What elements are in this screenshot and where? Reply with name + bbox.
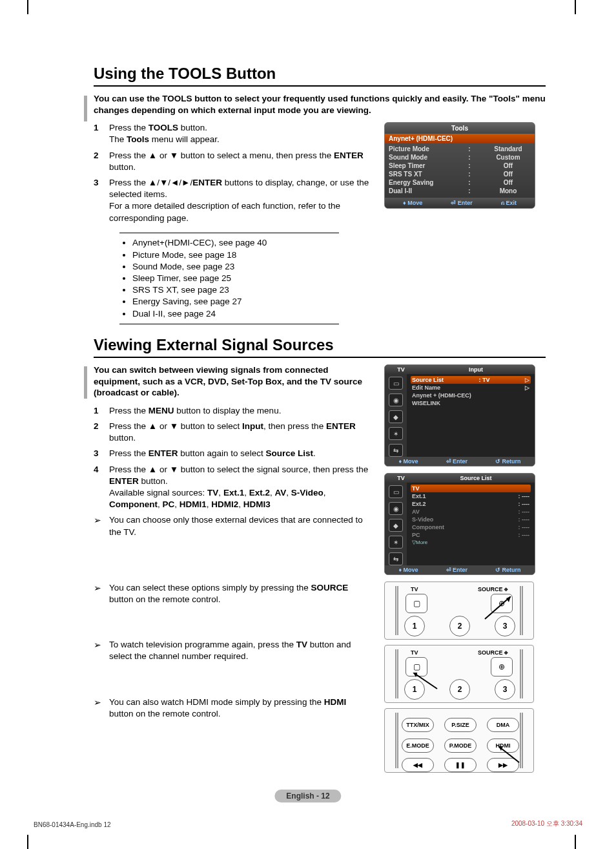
arrow-icon — [482, 596, 514, 622]
crop-mark — [27, 835, 28, 849]
picture-icon: ▭ — [389, 377, 403, 390]
osd-highlight: Anynet+ (HDMI-CEC) — [385, 134, 535, 143]
bullet-item: Energy Saving, see page 27 — [132, 296, 339, 308]
step-body: Press the ENTER button again to select S… — [109, 448, 371, 459]
page: Using the TOOLS Button You can use the T… — [0, 0, 616, 849]
osd-item: Ext.1: ---- — [411, 492, 531, 500]
remote-tv-btn: ▢ — [406, 594, 427, 613]
step-body: Press the ▲ or ▼ button to select Input,… — [109, 421, 371, 444]
step-number: 2 — [94, 421, 109, 444]
osd-foot-exit: ⎌ Exit — [501, 200, 517, 206]
note-body: You can select these options simply by p… — [109, 582, 371, 605]
sound-icon: ◉ — [389, 502, 403, 515]
input-icon: ⇆ — [389, 444, 403, 457]
osd-item-hl: TV — [411, 485, 531, 492]
osd-tab: TV — [385, 365, 417, 374]
steps-tools: 1 Press the TOOLS button. The Tools menu… — [94, 122, 371, 333]
remote-tv: TV SOURCE ⎆ ▢ ⊕ 1 2 3 — [384, 645, 534, 703]
osd-item: WISELINK — [411, 399, 531, 407]
sound-icon: ◉ — [389, 393, 403, 406]
note-arrow-icon: ➢ — [94, 697, 109, 720]
channel-icon: ◆ — [389, 410, 403, 423]
step-body: Press the MENU button to display the men… — [109, 405, 371, 417]
step-number: 1 — [94, 122, 109, 145]
step-number: 4 — [94, 464, 109, 511]
osd-more: ▽More — [411, 539, 531, 546]
page-footer: English - 12 — [274, 790, 341, 802]
bullet-item: Dual I-II, see page 24 — [132, 308, 339, 320]
section-bar — [84, 96, 87, 121]
bullet-item: Picture Mode, see page 18 — [132, 249, 339, 261]
remote-emode: E.MODE — [402, 739, 434, 753]
remote-ttx: TTX/MIX — [402, 718, 434, 732]
intro-tools: You can use the TOOLS button to select y… — [94, 93, 546, 116]
osd-item: Edit Name▷ — [411, 384, 531, 392]
note-body: You can also watch HDMI mode simply by p… — [109, 697, 371, 720]
step-number: 3 — [94, 177, 109, 224]
osd-item: S-Video: ---- — [411, 516, 531, 523]
osd-item: Anynet + (HDMI-CEC) — [411, 392, 531, 399]
section-sources: Viewing External Signal Sources You can … — [94, 336, 546, 778]
osd-title: Tools — [385, 123, 535, 134]
osd-tab: Input — [417, 365, 535, 374]
bullets-tools: Anynet+(HDMI-CEC), see page 40 Picture M… — [119, 233, 339, 324]
remote-hdmi: TTX/MIX P.SIZE DMA E.MODE P.MODE HDMI ◀◀… — [384, 708, 534, 773]
crop-mark — [575, 0, 576, 14]
crop-mark — [575, 835, 576, 849]
note-body: To watch television programme again, pre… — [109, 639, 371, 662]
indb-footer: BN68-01434A-Eng.indb 12 — [34, 821, 111, 828]
note-arrow-icon: ➢ — [94, 639, 109, 662]
remote-rew: ◀◀ — [402, 758, 434, 772]
remote-2: 2 — [449, 679, 470, 700]
osd-item: Ext.2: ---- — [411, 500, 531, 508]
remote-source: TV SOURCE ⎆ ▢ ⊕ 1 2 3 — [384, 582, 534, 640]
rule — [94, 85, 546, 87]
crop-mark — [27, 0, 28, 14]
step-body: Press the ▲/▼/◄/►/ENTER buttons to displ… — [109, 177, 371, 224]
note-arrow-icon: ➢ — [94, 514, 109, 538]
osd-item: PC: ---- — [411, 531, 531, 539]
osd-item: Component: ---- — [411, 523, 531, 531]
remote-2: 2 — [449, 616, 470, 636]
heading-tools: Using the TOOLS Button — [94, 65, 546, 83]
osd-foot-move: ♦ Move — [403, 200, 422, 206]
bullet-item: Sound Mode, see page 23 — [132, 261, 339, 273]
step-body: Press the ▲ or ▼ button to select a menu… — [109, 150, 371, 173]
step-body: Press the TOOLS button. The Tools menu w… — [109, 122, 371, 145]
remote-pmode: P.MODE — [444, 739, 477, 753]
note-arrow-icon: ➢ — [94, 582, 109, 605]
heading-sources: Viewing External Signal Sources — [94, 336, 546, 354]
step-number: 2 — [94, 150, 109, 173]
arrow-icon — [493, 746, 522, 766]
note-body: You can choose only those external devic… — [109, 514, 371, 538]
rule — [94, 357, 546, 358]
remote-3: 3 — [495, 679, 515, 700]
osd-tools: Tools Anynet+ (HDMI-CEC) Picture Mode:St… — [384, 122, 535, 209]
svg-marker-1 — [506, 596, 511, 602]
remote-1: 1 — [404, 616, 425, 636]
remote-source-btn: ⊕ — [491, 657, 513, 676]
step-body: Press the ▲ or ▼ button to select the si… — [109, 464, 371, 511]
osd-item: AV: ---- — [411, 508, 531, 516]
osd-item-hl: Source List : TV ▷ — [411, 376, 531, 384]
remote-psize: P.SIZE — [444, 718, 477, 732]
bullet-item: Anynet+(HDMI-CEC), see page 40 — [132, 237, 339, 249]
picture-icon: ▭ — [389, 485, 403, 498]
remote-dma: DMA — [487, 718, 519, 732]
step-number: 1 — [94, 405, 109, 417]
remote-pause: ❚❚ — [444, 758, 477, 772]
osd-input-menu: TV Input ▭ ◉ ◆ ✶ ⇆ Source — [384, 364, 535, 466]
osd-tab: Source List — [417, 474, 535, 483]
section-tools: Using the TOOLS Button You can use the T… — [94, 65, 546, 333]
step-number: 3 — [94, 448, 109, 459]
bullet-item: Sleep Timer, see page 25 — [132, 273, 339, 284]
osd-foot-enter: ⏎ Enter — [451, 200, 473, 206]
svg-line-0 — [485, 596, 511, 619]
date-footer: 2008-03-10 오후 3:30:34 — [511, 819, 582, 828]
setup-icon: ✶ — [389, 536, 403, 549]
input-icon: ⇆ — [389, 552, 403, 565]
channel-icon: ◆ — [389, 519, 403, 532]
intro-sources: You can switch between viewing signals f… — [94, 364, 371, 399]
setup-icon: ✶ — [389, 427, 403, 440]
svg-line-2 — [413, 673, 437, 689]
